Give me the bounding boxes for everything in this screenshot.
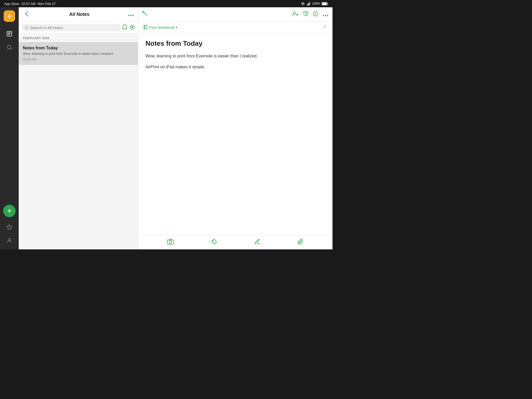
note-body-title: Notes from Today — [145, 39, 325, 48]
status-right: 100% — [301, 2, 328, 5]
notebook-icon — [143, 25, 148, 30]
wifi-icon — [301, 2, 305, 5]
svg-point-20 — [132, 15, 134, 16]
svg-point-35 — [316, 12, 316, 13]
tag-icon[interactable] — [211, 238, 217, 246]
svg-point-25 — [294, 12, 296, 14]
svg-rect-4 — [310, 2, 310, 5]
app-logo[interactable] — [4, 10, 15, 22]
app-store-label: App Store — [4, 2, 19, 6]
lightning-icon — [6, 13, 13, 19]
reminder-icon[interactable] — [303, 11, 309, 18]
svg-rect-3 — [309, 2, 310, 5]
sidebar-item-search[interactable] — [4, 42, 15, 53]
svg-point-17 — [8, 238, 10, 241]
pen-icon[interactable] — [254, 238, 260, 246]
search-bar — [19, 22, 138, 34]
sidebar-item-notes[interactable] — [4, 28, 15, 39]
info-icon[interactable] — [313, 11, 318, 18]
search-input[interactable] — [30, 25, 117, 30]
sidebar-item-shortcuts[interactable] — [4, 221, 15, 233]
svg-rect-7 — [328, 3, 328, 4]
new-note-button[interactable] — [3, 205, 16, 217]
plus-icon — [6, 208, 12, 214]
note-paragraph-1: Wow, learning to print from Evernote is … — [145, 53, 325, 59]
back-button[interactable] — [23, 10, 31, 19]
note-item-time: 10:48 AM — [23, 58, 134, 61]
note-content-footer — [138, 235, 332, 249]
svg-rect-2 — [308, 3, 309, 5]
svg-point-38 — [327, 15, 328, 16]
sidebar-item-account[interactable] — [4, 235, 15, 246]
svg-point-43 — [169, 241, 172, 243]
panel-title: All Notes — [69, 12, 89, 17]
svg-point-44 — [212, 240, 213, 241]
main-layout: All Notes — [0, 7, 332, 249]
note-list-item[interactable]: Notes from Today Wow, learning to print … — [19, 42, 138, 65]
signal-icon — [307, 2, 310, 5]
battery-label: 100% — [312, 2, 320, 5]
more-options-icon[interactable] — [323, 11, 328, 18]
svg-rect-6 — [322, 3, 327, 5]
note-content-toolbar — [138, 7, 332, 22]
svg-marker-16 — [7, 224, 12, 229]
svg-line-32 — [308, 11, 308, 12]
status-date: Mon Feb 17 — [38, 2, 56, 6]
share-icon[interactable] — [322, 24, 327, 31]
status-time: 10:57 AM — [21, 2, 36, 6]
search-action-icons — [122, 24, 135, 31]
search-icon — [25, 26, 29, 30]
notes-panel: All Notes — [19, 7, 138, 249]
notebook-bar[interactable]: First Notebook ▾ — [138, 22, 332, 33]
svg-point-18 — [128, 15, 129, 16]
svg-rect-0 — [307, 4, 307, 5]
notes-panel-header: All Notes — [19, 7, 138, 22]
filter-icon[interactable] — [130, 25, 135, 31]
svg-point-36 — [323, 15, 324, 16]
note-item-preview: Wow, learning to print from Evernote is … — [23, 51, 134, 56]
note-content-panel: First Notebook ▾ Notes from Today Wow, l… — [138, 7, 332, 249]
note-body[interactable]: Notes from Today Wow, learning to print … — [138, 33, 332, 235]
note-body-text: Wow, learning to print from Evernote is … — [145, 53, 325, 70]
svg-point-37 — [325, 15, 326, 16]
svg-line-31 — [303, 11, 304, 12]
svg-line-30 — [306, 14, 307, 15]
sidebar — [0, 7, 19, 249]
svg-rect-1 — [308, 4, 308, 5]
svg-line-13 — [11, 49, 12, 50]
panel-more-button[interactable] — [128, 11, 134, 17]
search-input-wrap[interactable] — [22, 24, 120, 31]
bookmark-icon[interactable] — [122, 24, 127, 31]
svg-line-22 — [28, 29, 28, 29]
note-item-title: Notes from Today — [23, 46, 134, 50]
status-left: App Store 10:57 AM Mon Feb 17 — [4, 2, 56, 6]
notebook-name: First Notebook — [149, 25, 175, 30]
chevron-down-icon: ▾ — [176, 25, 177, 29]
camera-icon[interactable] — [167, 239, 174, 246]
battery-icon — [322, 2, 328, 5]
date-group-label: February 2020 — [19, 34, 138, 42]
add-collaborator-icon[interactable] — [292, 11, 299, 18]
toolbar-right — [292, 11, 328, 18]
toolbar-left — [142, 11, 149, 18]
svg-point-21 — [25, 26, 28, 29]
status-bar: App Store 10:57 AM Mon Feb 17 100% — [0, 0, 332, 7]
note-paragraph-2: AirPrint on iPad makes it simple. — [145, 64, 325, 70]
svg-line-24 — [143, 11, 147, 16]
svg-point-12 — [7, 45, 11, 49]
back-arrow-icon[interactable] — [142, 11, 149, 18]
svg-rect-39 — [144, 25, 147, 29]
attach-icon[interactable] — [297, 238, 304, 246]
svg-point-19 — [130, 15, 131, 16]
